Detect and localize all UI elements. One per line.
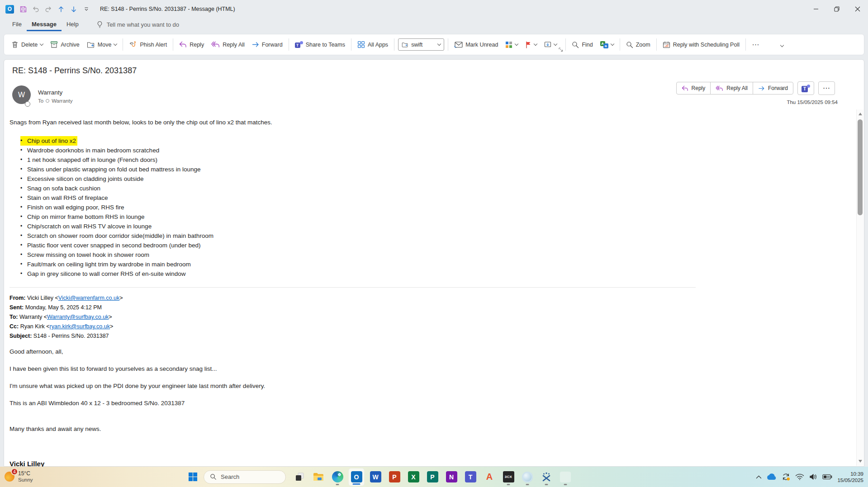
a-app-icon: A <box>486 472 493 482</box>
sync-status-button[interactable] <box>782 473 790 481</box>
titlebar: O RE: S148 - Perrins S/No. 2031387 - Mes… <box>0 0 868 18</box>
tags-dialog-launcher[interactable] <box>559 47 563 52</box>
body-paragraph: I have been given this list to forward t… <box>9 366 853 372</box>
snag-list-item: •Stains under plastic wrapping on fold o… <box>20 165 853 174</box>
chevron-down-icon <box>437 42 441 45</box>
all-apps-button[interactable]: All Apps <box>354 38 392 52</box>
menu-message[interactable]: Message <box>27 18 62 31</box>
scrollbar[interactable] <box>856 109 863 466</box>
a-app-button[interactable]: A <box>481 468 498 486</box>
people-app-button[interactable] <box>538 468 555 486</box>
zoom-button[interactable]: Zoom <box>622 38 654 52</box>
volume-button[interactable] <box>809 473 817 480</box>
reply-all-button-header[interactable]: Reply All <box>711 82 753 94</box>
assign-policy-button[interactable] <box>541 38 560 52</box>
from-email-link[interactable]: Vicki@warrenfarm.co.uk <box>58 295 119 301</box>
cc-email-link[interactable]: ryan.kirk@surfbay.co.uk <box>50 323 110 330</box>
redo-button[interactable] <box>43 4 54 14</box>
snag-text: 1 net hook snapped off in lounge (French… <box>27 155 157 165</box>
teams-taskbar-button[interactable]: T <box>462 468 479 486</box>
forward-button[interactable]: Forward <box>248 38 286 52</box>
scroll-up-arrow[interactable] <box>857 110 863 118</box>
onedrive-button[interactable] <box>767 473 777 480</box>
customize-quick-access-button[interactable] <box>81 4 92 14</box>
reply-icon <box>179 41 187 48</box>
undo-button[interactable] <box>30 4 41 14</box>
menu-file[interactable]: File <box>7 18 27 31</box>
move-button[interactable]: Move <box>83 38 121 52</box>
archive-button[interactable]: Archive <box>47 38 83 52</box>
clock[interactable]: 10:39 15/05/2025 <box>837 471 863 483</box>
snag-list-item: •Fault/mark on ceiling light trim by war… <box>20 260 853 269</box>
phish-alert-button[interactable]: Phish Alert <box>125 38 171 52</box>
onenote-button[interactable]: N <box>443 468 460 486</box>
mark-unread-button[interactable]: Mark Unread <box>451 38 502 52</box>
quoted-header-block: From: Vicki Lilley <Vicki@warrenfarm.co.… <box>9 293 853 341</box>
quoted-to-line: To: Warranty <Warranty@surfbay.co.uk> <box>9 312 853 322</box>
reply-button[interactable]: Reply <box>175 38 208 52</box>
bullet-icon: • <box>20 241 27 250</box>
word-button[interactable]: W <box>367 468 384 486</box>
reply-all-button[interactable]: Reply All <box>208 38 248 52</box>
share-to-teams-button[interactable]: T Share to Teams <box>291 38 349 52</box>
next-item-button[interactable] <box>68 4 79 14</box>
close-button[interactable] <box>847 0 868 18</box>
powerpoint-button[interactable]: P <box>386 468 403 486</box>
recipient-line[interactable]: To Warranty <box>38 98 72 104</box>
intro-paragraph: Snags from Ryan received last month belo… <box>9 118 853 126</box>
quick-step-swift-select[interactable]: swift <box>398 38 444 51</box>
menu-help[interactable]: Help <box>62 18 84 31</box>
scroll-down-arrow[interactable] <box>857 458 863 465</box>
categorize-button[interactable] <box>502 38 522 52</box>
bracket: > <box>119 295 123 301</box>
task-view-button[interactable] <box>291 468 308 486</box>
translate-button[interactable]: Aa <box>597 38 617 52</box>
chevron-down-icon <box>84 7 89 12</box>
follow-up-button[interactable] <box>522 38 541 52</box>
snag-text: Screw missing on towel hook in shower ro… <box>27 250 149 260</box>
collapse-ribbon-button[interactable] <box>781 41 783 48</box>
start-button[interactable] <box>185 468 201 486</box>
sender-name[interactable]: Warranty <box>38 89 62 96</box>
excel-button[interactable]: X <box>405 468 422 486</box>
wifi-button[interactable] <box>795 473 804 480</box>
battery-button[interactable] <box>822 474 832 480</box>
more-actions-button[interactable]: … <box>818 81 835 95</box>
snag-list-item: •Plastic floor vent cover snapped in sec… <box>20 241 853 250</box>
share-to-teams-button-header[interactable]: T <box>797 81 814 95</box>
reply-button-header[interactable]: Reply <box>677 82 711 94</box>
scheduling-poll-button[interactable]: Reply with Scheduling Poll <box>659 38 743 52</box>
round-app-button[interactable] <box>519 468 536 486</box>
tray-expand-button[interactable] <box>756 475 762 479</box>
snag-text: Fault/mark on ceiling light trim by ward… <box>27 260 191 269</box>
to-email-link[interactable]: Warranty@surfbay.co.uk <box>47 314 109 320</box>
forward-button-header[interactable]: Forward <box>753 82 793 94</box>
more-commands-button[interactable]: … <box>748 38 764 52</box>
scheduling-poll-label: Reply with Scheduling Poll <box>673 42 740 48</box>
publisher-button[interactable]: P <box>424 468 441 486</box>
taskbar-search[interactable]: Search <box>204 470 286 484</box>
previous-item-button[interactable] <box>56 4 66 14</box>
tell-me-box[interactable]: Tell me what you want to do <box>96 18 179 28</box>
file-explorer-button[interactable] <box>310 468 327 486</box>
delete-button[interactable]: Delete <box>8 38 47 52</box>
scroll-thumb[interactable] <box>858 119 863 215</box>
edge-browser-button[interactable] <box>329 468 346 486</box>
minimize-button[interactable] <box>806 0 826 18</box>
threecx-button[interactable]: 3CX <box>500 468 517 486</box>
taskbar-center: Search O W P X P N T A 3CX <box>185 467 574 487</box>
header-actions: Reply Reply All Forward T … <box>676 81 835 95</box>
find-button[interactable]: Find <box>568 38 596 52</box>
restore-button[interactable] <box>826 0 847 18</box>
outlook-taskbar-button[interactable]: O <box>348 468 365 486</box>
ribbon-separator <box>289 38 289 51</box>
chevron-down-icon <box>554 42 557 45</box>
save-button[interactable] <box>18 4 28 14</box>
assign-policy-icon <box>544 41 551 48</box>
edge-icon <box>332 471 343 482</box>
reply-all-label: Reply All <box>223 42 245 48</box>
weather-widget[interactable]: 4 15°C Sunny <box>5 469 33 483</box>
to-label: To <box>38 98 43 104</box>
outlook-icon: O <box>351 471 362 482</box>
hidden-app-button[interactable] <box>557 468 574 486</box>
